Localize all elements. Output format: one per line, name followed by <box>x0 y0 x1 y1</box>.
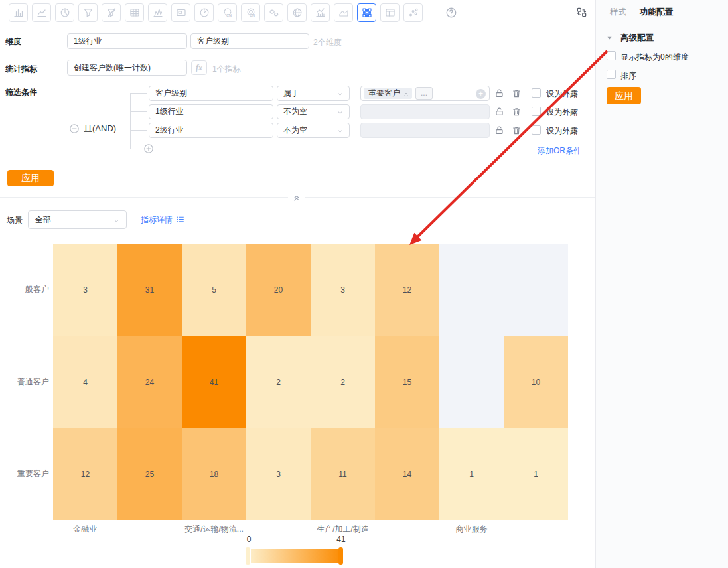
filter-operator-select[interactable]: 不为空 <box>277 104 350 119</box>
card-icon[interactable] <box>171 3 190 22</box>
heatmap-cell[interactable]: 25 <box>117 428 182 520</box>
section-collapse-icon[interactable] <box>606 35 613 42</box>
china-map-icon[interactable]: CN <box>218 3 237 22</box>
cell-value: 11 <box>338 470 346 479</box>
sort-checkbox[interactable] <box>607 70 616 79</box>
heatmap-cell[interactable]: 20 <box>246 244 311 336</box>
heatmap-cell[interactable]: 4 <box>53 336 117 428</box>
dimension-field-1[interactable]: 1级行业 <box>67 33 187 49</box>
filter-operator-select[interactable]: 属于 <box>277 86 350 101</box>
peak-chart-icon[interactable] <box>148 3 167 22</box>
bar-chart-icon[interactable] <box>9 3 28 22</box>
more-values-tag[interactable]: ... <box>415 87 433 100</box>
add-condition-icon[interactable] <box>143 143 154 154</box>
filter-value-input[interactable] <box>360 104 490 119</box>
cell-value: 4 <box>83 378 88 387</box>
filter-value-input[interactable]: 重要客户...+ <box>360 86 490 101</box>
measure-count-hint: 1个指标 <box>212 64 241 75</box>
heatmap-cell[interactable]: 14 <box>375 428 439 520</box>
expose-checkbox[interactable] <box>532 107 541 116</box>
measure-field[interactable]: 创建客户数(唯一计数) <box>67 60 187 76</box>
swap-dataset-icon[interactable] <box>576 7 587 18</box>
filter-field-select[interactable]: 2级行业 <box>149 123 273 138</box>
heatmap-cell[interactable]: 2 <box>311 336 375 428</box>
cell-value: 14 <box>403 470 411 479</box>
y-axis-label: 一般客户 <box>0 244 49 336</box>
heatmap-cell[interactable]: 2 <box>246 336 311 428</box>
table-icon[interactable] <box>125 3 144 22</box>
pie-chart-icon[interactable] <box>55 3 74 22</box>
filter-field-select[interactable]: 1级行业 <box>149 104 273 119</box>
list-icon <box>176 215 184 226</box>
heatmap-cell[interactable]: 3 <box>53 244 117 336</box>
filter-field-select[interactable]: 客户级别 <box>149 86 273 101</box>
collapse-panel-icon[interactable] <box>288 192 305 202</box>
sidebar-apply-button[interactable]: 应用 <box>607 87 641 104</box>
filter-operator-select[interactable]: 不为空 <box>277 123 350 138</box>
heatmap-icon[interactable] <box>357 3 376 22</box>
apply-button[interactable]: 应用 <box>7 170 54 186</box>
funnel-icon[interactable] <box>78 3 98 22</box>
lock-icon[interactable] <box>494 125 504 135</box>
heatmap-cell[interactable] <box>439 244 504 336</box>
heatmap-cell[interactable]: 10 <box>504 336 568 428</box>
heatmap-cell[interactable]: 12 <box>375 244 439 336</box>
expose-checkbox[interactable] <box>532 125 541 135</box>
dimension-label: 维度 <box>5 36 21 48</box>
heatmap-cell[interactable]: 15 <box>375 336 439 428</box>
heatmap-cell[interactable]: 11 <box>311 428 375 520</box>
delete-filter-icon[interactable] <box>512 125 522 135</box>
heatmap-cell[interactable]: 31 <box>117 244 182 336</box>
heatmap-cell[interactable] <box>504 244 568 336</box>
show-zero-dimension-checkbox[interactable] <box>607 51 616 60</box>
help-icon[interactable] <box>445 7 457 19</box>
cell-value: 2 <box>340 378 345 387</box>
dimension-field-2[interactable]: 客户级别 <box>190 33 309 49</box>
heatmap-row-labels: 一般客户普通客户重要客户 <box>0 244 49 520</box>
expose-checkbox[interactable] <box>532 88 541 98</box>
heatmap-cell[interactable]: 24 <box>117 336 182 428</box>
line-chart-icon[interactable] <box>32 3 51 22</box>
delete-filter-icon[interactable] <box>512 107 522 117</box>
table-layout-icon[interactable] <box>380 3 400 22</box>
remove-tag-icon[interactable] <box>403 90 409 97</box>
lock-icon[interactable] <box>494 88 504 98</box>
heatmap-cell[interactable] <box>439 336 504 428</box>
heatmap-cell[interactable]: 18 <box>182 428 246 520</box>
lock-icon[interactable] <box>494 107 504 117</box>
filter-value-input[interactable] <box>360 123 490 138</box>
heatmap-cell[interactable]: 1 <box>504 428 568 520</box>
heatmap-cell[interactable]: 41 <box>182 336 246 428</box>
scene-select-value: 全部 <box>35 215 51 224</box>
heatmap-cell[interactable]: 12 <box>53 428 117 520</box>
add-or-condition-link[interactable]: 添加OR条件 <box>538 145 581 157</box>
heatmap-cell[interactable]: 5 <box>182 244 246 336</box>
legend-min-handle[interactable] <box>246 547 250 565</box>
add-value-icon[interactable]: + <box>476 89 486 99</box>
cell-value: 3 <box>340 285 345 295</box>
area-line-icon[interactable] <box>334 3 353 22</box>
tree-line <box>130 93 131 149</box>
heatmap-cell[interactable]: 3 <box>246 428 311 520</box>
heatmap-cell[interactable]: 3 <box>311 244 375 336</box>
metric-detail-link[interactable]: 指标详情 <box>141 214 184 226</box>
scatter-icon[interactable] <box>403 3 423 22</box>
tab-style[interactable]: 样式 <box>610 7 626 18</box>
delete-filter-icon[interactable] <box>512 88 522 98</box>
heatmap-cell[interactable]: 1 <box>439 428 504 520</box>
fx-button[interactable]: fx <box>191 60 207 75</box>
heatmap-x-labels: 金融业交通/运输/物流...生产/加工/制造商业服务 <box>0 524 595 534</box>
world-map-icon[interactable] <box>264 3 283 22</box>
chevron-down-icon <box>336 90 344 98</box>
scene-select[interactable]: 全部 <box>28 210 127 229</box>
gauge-icon[interactable] <box>194 3 214 22</box>
globe-icon[interactable] <box>287 3 307 22</box>
funnel-compare-icon[interactable] <box>102 3 121 22</box>
cell-value: 3 <box>83 285 88 295</box>
metric-detail-label: 指标详情 <box>141 214 173 226</box>
china-map-filled-icon[interactable]: CN <box>241 3 260 22</box>
legend-max-handle[interactable] <box>338 547 343 565</box>
tab-function-config[interactable]: 功能配置 <box>640 7 673 18</box>
bar-line-combo-icon[interactable] <box>311 3 330 22</box>
scene-label: 场景 <box>7 215 23 226</box>
